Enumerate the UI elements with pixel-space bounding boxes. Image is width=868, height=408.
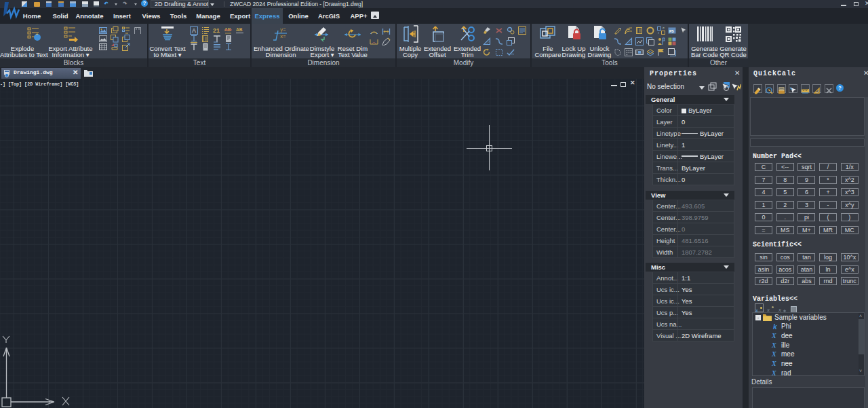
svg-text:21: 21 [213,27,220,34]
svg-text:y=: y= [280,27,285,33]
svg-text:x=: x= [280,34,285,39]
svg-text:AB: AB [236,27,243,32]
svg-text:A: A [192,27,196,34]
svg-text:PS: PS [669,29,674,33]
